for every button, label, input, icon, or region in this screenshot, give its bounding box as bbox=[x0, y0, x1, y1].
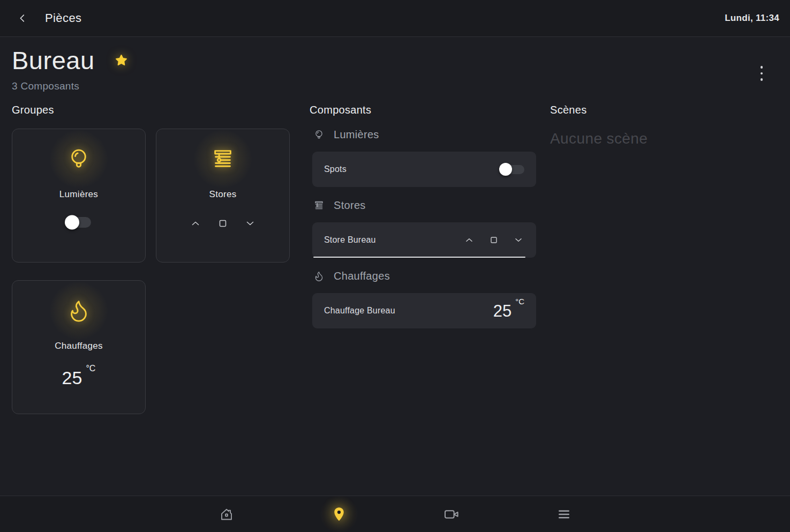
section-lumieres: Lumières bbox=[313, 129, 550, 141]
nav-cameras[interactable] bbox=[395, 506, 508, 523]
section-stores: Stores bbox=[313, 199, 550, 212]
temperature-unit: °C bbox=[515, 297, 524, 306]
lumieres-group-toggle[interactable] bbox=[66, 217, 91, 228]
nav-menu[interactable] bbox=[508, 506, 620, 523]
lightbulb-icon bbox=[313, 129, 325, 141]
shutter-controls bbox=[463, 234, 524, 246]
component-label: Store Bureau bbox=[324, 235, 376, 245]
blind-position-indicator bbox=[313, 257, 525, 258]
page-header: Bureau 3 Composants bbox=[12, 46, 778, 92]
toggle-knob bbox=[499, 163, 512, 176]
spots-toggle[interactable] bbox=[501, 165, 524, 174]
screen-title: Pièces bbox=[45, 11, 81, 25]
menu-icon bbox=[556, 506, 572, 522]
scenes-header: Scènes bbox=[550, 104, 778, 116]
section-chauffages: Chauffages bbox=[313, 270, 550, 282]
group-card-lumieres[interactable]: Lumières bbox=[12, 129, 146, 263]
shutter-down-button[interactable] bbox=[244, 217, 257, 230]
flame-icon bbox=[313, 271, 325, 282]
group-cards: Lumières bbox=[12, 129, 310, 414]
shutter-up-button[interactable] bbox=[189, 217, 202, 230]
bottom-nav bbox=[0, 496, 790, 532]
group-card-label: Stores bbox=[209, 189, 237, 200]
temperature-value: 25 bbox=[62, 369, 82, 387]
lightbulb-icon bbox=[64, 144, 94, 174]
component-label: Spots bbox=[324, 164, 347, 174]
component-row-store-bureau[interactable]: Store Bureau bbox=[312, 222, 536, 258]
toggle-knob bbox=[65, 215, 79, 230]
kebab-menu-icon[interactable] bbox=[753, 62, 771, 85]
groups-header: Groupes bbox=[12, 104, 310, 116]
section-label: Chauffages bbox=[334, 270, 390, 282]
page-subtitle: 3 Composants bbox=[12, 80, 778, 92]
blinds-icon bbox=[313, 200, 325, 212]
shutter-down-button[interactable] bbox=[513, 234, 524, 246]
nav-rooms[interactable] bbox=[283, 506, 395, 523]
nav-home[interactable] bbox=[170, 506, 283, 523]
flame-icon bbox=[64, 296, 94, 326]
shutter-controls bbox=[189, 217, 257, 230]
shutter-stop-button[interactable] bbox=[217, 218, 229, 229]
top-bar: Pièces Lundi, 11:34 bbox=[0, 0, 790, 37]
group-card-label: Chauffages bbox=[55, 341, 103, 351]
group-card-chauffages[interactable]: Chauffages 25 °C bbox=[12, 280, 146, 414]
app-root: Pièces Lundi, 11:34 Bureau 3 Composants … bbox=[0, 0, 790, 532]
components-column: Composants Lumières Spots bbox=[310, 104, 550, 414]
home-icon bbox=[219, 506, 235, 522]
component-row-chauffage-bureau[interactable]: Chauffage Bureau 25 °C bbox=[312, 293, 536, 328]
section-label: Stores bbox=[334, 199, 366, 212]
shutter-up-button[interactable] bbox=[463, 234, 475, 246]
back-button[interactable] bbox=[13, 9, 32, 28]
page-title: Bureau bbox=[12, 46, 95, 75]
components-header: Composants bbox=[310, 104, 550, 116]
blinds-icon bbox=[208, 144, 238, 174]
groups-column: Groupes Lumières bbox=[12, 104, 310, 414]
shutter-stop-button[interactable] bbox=[488, 235, 499, 245]
group-card-stores[interactable]: Stores bbox=[156, 129, 290, 263]
component-row-spots[interactable]: Spots bbox=[312, 152, 536, 187]
location-pin-icon bbox=[331, 506, 347, 522]
temperature-unit: °C bbox=[86, 364, 95, 373]
group-temperature[interactable]: 25 °C bbox=[62, 369, 96, 387]
component-label: Chauffage Bureau bbox=[324, 306, 395, 316]
row-temperature[interactable]: 25 °C bbox=[493, 303, 524, 319]
scenes-empty-text: Aucune scène bbox=[550, 130, 778, 147]
columns: Groupes Lumières bbox=[12, 104, 778, 414]
temperature-value: 25 bbox=[493, 303, 511, 319]
group-card-label: Lumières bbox=[59, 189, 98, 200]
camera-icon bbox=[443, 506, 460, 523]
chevron-left-icon bbox=[17, 12, 28, 24]
scenes-column: Scènes Aucune scène bbox=[550, 104, 778, 414]
favorite-star-icon[interactable] bbox=[114, 53, 129, 68]
main-content: Bureau 3 Composants Groupes bbox=[0, 37, 790, 496]
datetime-label: Lundi, 11:34 bbox=[725, 13, 779, 24]
section-label: Lumières bbox=[334, 129, 379, 141]
